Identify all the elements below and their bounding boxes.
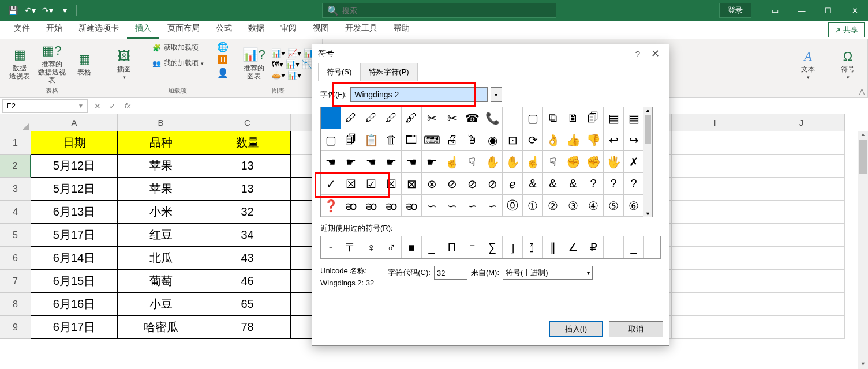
cell[interactable] — [758, 201, 845, 224]
symbol-cell[interactable]: 🖊 — [381, 107, 402, 129]
row-header-1[interactable]: 1 — [0, 131, 31, 155]
symbol-cell[interactable]: 🗎 — [563, 107, 583, 129]
people-graph-icon[interactable]: 👤 — [217, 67, 229, 78]
cell[interactable] — [758, 247, 845, 270]
symbol-cell[interactable]: ☚ — [321, 151, 341, 173]
cell[interactable]: 65 — [204, 293, 291, 316]
symbol-cell[interactable]: ? — [624, 173, 644, 195]
tab-开发工具[interactable]: 开发工具 — [337, 20, 386, 39]
recommended-pivot-button[interactable]: ▦?推荐的 数据透视表 — [37, 43, 67, 85]
symbol-cell[interactable]: ◉ — [482, 129, 503, 151]
tab-帮助[interactable]: 帮助 — [386, 20, 418, 39]
tab-symbol[interactable]: 符号(S) — [318, 63, 360, 81]
cell[interactable]: 13 — [204, 178, 291, 201]
column-header-B[interactable]: B — [118, 114, 204, 131]
symbol-cell[interactable]: ⊠ — [402, 173, 422, 195]
cell[interactable]: 46 — [204, 270, 291, 293]
minimize-icon[interactable]: — — [788, 0, 815, 21]
symbol-cell[interactable]: ☒ — [381, 173, 402, 195]
cell[interactable]: 葡萄 — [118, 270, 204, 293]
recent-symbol-cell[interactable]: ♀ — [361, 236, 381, 258]
tab-special-char[interactable]: 特殊字符(P) — [360, 63, 417, 81]
cell[interactable]: 红豆 — [118, 224, 204, 247]
symbol-cell[interactable]: ↩ — [604, 129, 624, 151]
symbol-cell[interactable]: ② — [543, 195, 563, 217]
symbol-scrollbar[interactable]: ▲ ▼ — [643, 107, 652, 217]
chart-type-row3[interactable]: 🥧▾ 📊▾ — [271, 70, 317, 80]
row-header-8[interactable]: 8 — [0, 293, 31, 316]
undo-icon[interactable]: ↶▾ — [22, 2, 38, 18]
maximize-icon[interactable]: ☐ — [815, 0, 841, 21]
symbol-cell[interactable]: ⓪ — [503, 195, 523, 217]
row-header-6[interactable]: 6 — [0, 247, 31, 270]
scroll-thumb[interactable] — [859, 140, 867, 174]
recent-symbol-cell[interactable] — [604, 236, 624, 258]
get-addins-button[interactable]: 🧩获取加载项 — [149, 42, 201, 54]
column-header-J[interactable]: J — [758, 114, 845, 131]
cell[interactable]: 小豆 — [118, 293, 204, 316]
save-icon[interactable]: 💾 — [5, 2, 21, 18]
cell[interactable] — [758, 131, 845, 155]
symbol-cell[interactable]: ☛ — [422, 151, 442, 173]
symbol-cell[interactable]: & — [543, 173, 563, 195]
symbol-cell[interactable]: ∽ — [482, 195, 503, 217]
cell[interactable]: 5月17日 — [31, 224, 118, 247]
column-header-I[interactable]: I — [672, 114, 758, 131]
symbol-cell[interactable]: ✊ — [563, 151, 583, 173]
scroll-down-icon[interactable]: ▼ — [858, 361, 868, 369]
cell[interactable]: 日期 — [31, 131, 118, 155]
cell[interactable]: 苹果 — [118, 155, 204, 178]
vertical-scrollbar[interactable]: ▲ ▼ — [858, 131, 868, 369]
symbol-cell[interactable]: ❓ — [321, 195, 341, 217]
symbol-cell[interactable]: ▤ — [624, 107, 644, 129]
symbol-cell[interactable]: ☚ — [361, 151, 381, 173]
symbol-cell[interactable]: 🗐 — [341, 129, 361, 151]
name-box-dropdown-icon[interactable]: ▼ — [78, 103, 84, 109]
symbol-cell[interactable]: ☒ — [341, 173, 361, 195]
my-addins-button[interactable]: 👥我的加载项▾ — [149, 57, 206, 69]
chart-type-row2[interactable]: 🗺▾ 📊▾ 📉▾ — [271, 59, 317, 69]
symbol-cell[interactable]: ᴔ — [402, 195, 422, 217]
tab-页面布局[interactable]: 页面布局 — [159, 20, 208, 39]
fx-icon[interactable]: fx — [120, 101, 135, 110]
recent-symbol-cell[interactable]: ⦌ — [503, 236, 523, 258]
cell[interactable]: 哈密瓜 — [118, 316, 204, 339]
symbol-cell[interactable]: ? — [604, 173, 624, 195]
bing-maps-icon[interactable]: 🅱 — [218, 55, 227, 65]
symbol-cell[interactable]: ✗ — [624, 151, 644, 173]
symbol-cell[interactable]: & — [563, 173, 583, 195]
bing-icon[interactable]: 🌐 — [217, 42, 229, 52]
symbol-cell[interactable]: 🗐 — [583, 107, 604, 129]
name-box[interactable]: E2 ▼ — [2, 99, 88, 113]
insert-button[interactable]: 插入(I) — [549, 321, 603, 337]
qat-customize-icon[interactable]: ▾ — [57, 2, 73, 18]
symbol-cell[interactable]: ᴔ — [361, 195, 381, 217]
symbol-cell[interactable]: ↪ — [624, 129, 644, 151]
sym-scroll-up-icon[interactable]: ▲ — [643, 107, 652, 113]
symbol-cell[interactable]: 🖱 — [462, 129, 482, 151]
symbol-cell[interactable]: ☛ — [381, 151, 402, 173]
symbol-cell[interactable]: ? — [583, 173, 604, 195]
column-header-C[interactable]: C — [204, 114, 291, 131]
sym-scroll-down-icon[interactable]: ▼ — [643, 211, 652, 217]
font-input[interactable] — [350, 87, 488, 102]
font-dropdown-icon[interactable]: ▾ — [491, 87, 502, 102]
recent-symbol-cell[interactable]: ■ — [402, 236, 422, 258]
row-header-4[interactable]: 4 — [0, 201, 31, 224]
cell[interactable] — [758, 178, 845, 201]
symbol-cell[interactable]: ☎ — [462, 107, 482, 129]
recent-symbol-cell[interactable]: _ — [624, 236, 644, 258]
recent-symbol-cell[interactable]: - — [321, 236, 341, 258]
cell[interactable] — [672, 316, 758, 339]
tab-文件[interactable]: 文件 — [6, 20, 38, 39]
cell[interactable]: 苹果 — [118, 178, 204, 201]
signin-button[interactable]: 登录 — [719, 3, 751, 18]
recent-symbol-cell[interactable]: ∠ — [563, 236, 583, 258]
symbol-cell[interactable]: ✂ — [422, 107, 442, 129]
cell[interactable] — [758, 155, 845, 178]
cell[interactable]: 品种 — [118, 131, 204, 155]
cell[interactable]: 北瓜 — [118, 247, 204, 270]
cell[interactable] — [672, 247, 758, 270]
enter-formula-icon[interactable]: ✓ — [105, 101, 120, 111]
code-input[interactable] — [434, 266, 467, 280]
